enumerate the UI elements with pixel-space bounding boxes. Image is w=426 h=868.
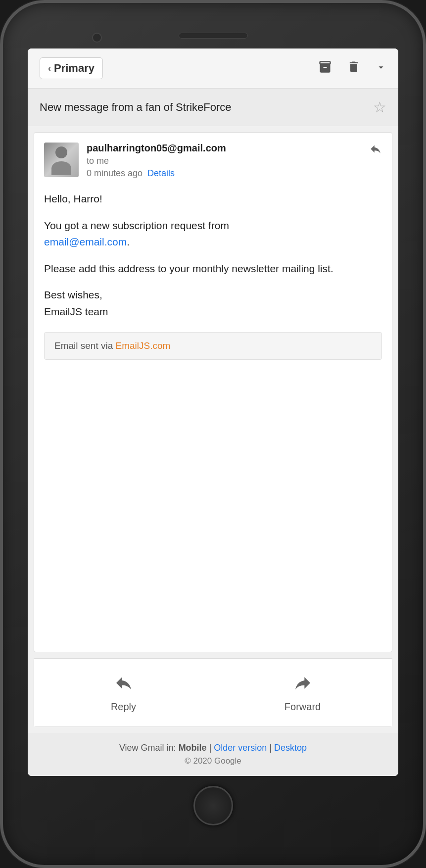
email-body-container: paulharrington05@gmail.com to me 0 minut… xyxy=(34,132,392,652)
avatar-image xyxy=(44,143,79,177)
email-content: Hello, Harro! You got a new subscription… xyxy=(44,191,382,320)
signature: Best wishes, EmailJS team xyxy=(44,287,382,320)
back-arrow-icon: ‹ xyxy=(48,63,51,74)
body-paragraph-2: Please add this address to your monthly … xyxy=(44,260,382,277)
phone-frame: ‹ Primary xyxy=(0,0,426,868)
details-link[interactable]: Details xyxy=(147,168,175,179)
period-1: . xyxy=(127,236,130,247)
emailjs-link[interactable]: EmailJS.com xyxy=(116,340,171,351)
sender-row: paulharrington05@gmail.com to me 0 minut… xyxy=(44,143,382,179)
forward-button[interactable]: Forward xyxy=(213,659,392,726)
signature-line1: Best wishes, xyxy=(44,289,102,300)
back-button-label: Primary xyxy=(54,62,95,75)
desktop-link[interactable]: Desktop xyxy=(274,743,307,753)
gmail-footer: View Gmail in: Mobile | Older version | … xyxy=(28,733,398,776)
phone-bottom xyxy=(193,786,233,825)
sender-to: to me xyxy=(87,156,369,166)
reply-icon xyxy=(114,673,134,697)
email-time: 0 minutes ago xyxy=(87,168,142,179)
action-bar: Reply Forward xyxy=(34,659,392,727)
body-paragraph-1: You got a new subscription request from … xyxy=(44,217,382,250)
back-button[interactable]: ‹ Primary xyxy=(40,57,103,79)
copyright-text: © 2020 Google xyxy=(38,756,388,766)
home-button[interactable] xyxy=(193,786,233,825)
gmail-nav: ‹ Primary xyxy=(28,48,398,89)
phone-screen: ‹ Primary xyxy=(28,48,398,776)
archive-icon[interactable] xyxy=(318,60,332,77)
phone-camera xyxy=(92,33,102,43)
older-version-link[interactable]: Older version xyxy=(214,743,267,753)
subscription-email-link[interactable]: email@email.com xyxy=(44,236,127,247)
mobile-label: Mobile xyxy=(179,743,207,753)
sender-email: paulharrington05@gmail.com xyxy=(87,143,369,154)
email-subject-bar: New message from a fan of StrikeForce ☆ xyxy=(28,89,398,126)
reply-button[interactable]: Reply xyxy=(34,659,213,726)
forward-label: Forward xyxy=(284,701,321,713)
delete-icon[interactable] xyxy=(347,60,361,77)
inline-reply-icon[interactable] xyxy=(369,143,382,158)
body-line1: You got a new subscription request from xyxy=(44,220,229,231)
pipe2: | xyxy=(267,743,274,753)
sender-time-row: 0 minutes ago Details xyxy=(87,168,369,179)
signature-line2: EmailJS team xyxy=(44,306,108,317)
footer-text: Email sent via xyxy=(54,340,116,351)
avatar xyxy=(44,143,79,177)
dropdown-icon[interactable] xyxy=(376,61,386,76)
footer-links-row: View Gmail in: Mobile | Older version | … xyxy=(38,743,388,753)
star-icon[interactable]: ☆ xyxy=(373,98,386,116)
greeting-text: Hello, Harro! xyxy=(44,191,382,207)
pipe1: | xyxy=(207,743,214,753)
forward-icon xyxy=(293,673,313,697)
avatar-body xyxy=(51,161,71,175)
phone-speaker xyxy=(179,33,248,39)
nav-icons xyxy=(318,60,386,77)
reply-label: Reply xyxy=(111,701,136,713)
email-footer-box: Email sent via EmailJS.com xyxy=(44,332,382,360)
view-gmail-text: View Gmail in: xyxy=(119,743,179,753)
sender-details: paulharrington05@gmail.com to me 0 minut… xyxy=(87,143,369,179)
avatar-head xyxy=(55,146,67,158)
email-subject: New message from a fan of StrikeForce xyxy=(40,101,232,114)
phone-top-bar xyxy=(28,33,398,39)
